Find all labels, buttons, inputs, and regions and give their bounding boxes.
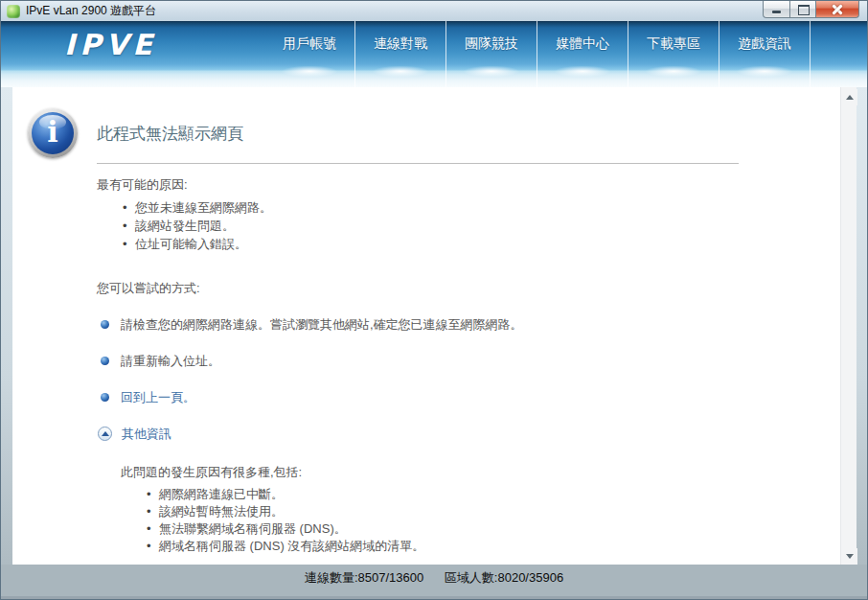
area-value: 8020/35906 (497, 570, 563, 585)
list-item: 該網站暫時無法使用。 (147, 503, 802, 520)
statusbar: 連線數量:8507/13600 區域人數:8020/35906 (1, 565, 867, 599)
action-row: 請重新輸入位址。 (97, 353, 802, 369)
nav-item-media-center[interactable]: 媒體中心 (537, 21, 628, 87)
window-title: IPvE vLan 2900 遊戲平台 (26, 3, 156, 19)
minimize-icon (764, 1, 789, 17)
action-row: 回到上一頁。 (97, 389, 802, 405)
error-title: 此程式無法顯示網頁 (97, 126, 243, 142)
error-content: i 此程式無法顯示網頁 最有可能的原因: 您並未連線至網際網路。 該網站發生問題… (12, 87, 840, 555)
bullet-icon (101, 393, 109, 402)
up-triangle-icon (102, 431, 109, 436)
list-item: 網際網路連線已中斷。 (147, 486, 802, 503)
scroll-down-icon (846, 554, 854, 559)
list-item: 您並未連線至網際網路。 (123, 198, 802, 217)
more-info-link[interactable]: 其他資訊 (122, 426, 171, 442)
browser-viewport: i 此程式無法顯示網頁 最有可能的原因: 您並未連線至網際網路。 該網站發生問題… (1, 87, 867, 566)
nav-item-user-account[interactable]: 用戶帳號 (264, 21, 355, 87)
list-item: 無法聯繫網域名稱伺服器 (DNS)。 (147, 520, 802, 538)
details-block: 此問題的發生原因有很多種,包括: 網際網路連線已中斷。 該網站暫時無法使用。 無… (121, 464, 802, 555)
minimize-button[interactable] (763, 1, 790, 18)
nav-item-team-competition[interactable]: 團隊競技 (446, 21, 537, 87)
app-window: IPvE vLan 2900 遊戲平台 IPVE 用戶帳號 連線對戰 團隊競技 … (0, 0, 868, 600)
details-heading: 此問題的發生原因有很多種,包括: (121, 464, 802, 480)
maximize-button[interactable] (790, 1, 816, 18)
action-row: 請檢查您的網際網路連線。嘗試瀏覽其他網站,確定您已連線至網際網路。 (97, 316, 802, 333)
action-text: 請檢查您的網際網路連線。嘗試瀏覽其他網站,確定您已連線至網際網路。 (121, 316, 523, 333)
area-stat: 區域人數:8020/35906 (445, 569, 563, 587)
window-controls (763, 1, 859, 18)
details-list: 網際網路連線已中斷。 該網站暫時無法使用。 無法聯繫網域名稱伺服器 (DNS)。… (121, 486, 802, 555)
causes-heading: 最有可能的原因: (97, 176, 802, 193)
close-button[interactable] (816, 1, 859, 18)
action-text: 請重新輸入位址。 (121, 353, 220, 369)
maximize-icon (790, 1, 815, 17)
scroll-down-button[interactable] (841, 548, 857, 565)
actions-heading: 您可以嘗試的方式: (97, 280, 802, 296)
list-item: 網域名稱伺服器 (DNS) 沒有該網站網域的清單。 (147, 538, 802, 555)
scroll-up-button[interactable] (841, 89, 857, 105)
list-item: 位址可能輸入錯誤。 (123, 235, 802, 253)
nav-menu: 用戶帳號 連線對戰 團隊競技 媒體中心 下載專區 遊戲資訊 (264, 21, 811, 87)
navbar: IPVE 用戶帳號 連線對戰 團隊競技 媒體中心 下載專區 遊戲資訊 (1, 21, 867, 87)
bullet-icon (101, 320, 109, 329)
vertical-scrollbar[interactable] (840, 87, 857, 566)
area-label: 區域人數: (445, 570, 498, 585)
divider (97, 163, 739, 164)
list-item: 該網站發生問題。 (123, 217, 802, 235)
scroll-up-icon (846, 95, 854, 100)
app-logo-icon (7, 5, 20, 18)
more-info-row: 其他資訊 (97, 426, 802, 442)
bullet-icon (101, 357, 109, 365)
collapse-arrow-icon[interactable] (98, 427, 112, 441)
connections-label: 連線數量: (305, 570, 358, 585)
error-page: i 此程式無法顯示網頁 最有可能的原因: 您並未連線至網際網路。 該網站發生問題… (12, 87, 840, 566)
back-link[interactable]: 回到上一頁。 (121, 389, 195, 405)
nav-item-online-battle[interactable]: 連線對戰 (355, 21, 446, 87)
info-icon: i (28, 108, 78, 158)
nav-item-download-zone[interactable]: 下載專區 (628, 21, 720, 87)
titlebar: IPvE vLan 2900 遊戲平台 (1, 1, 867, 21)
info-icon-ball: i (32, 112, 74, 154)
connections-stat: 連線數量:8507/13600 (305, 569, 423, 587)
causes-list: 您並未連線至網際網路。 該網站發生問題。 位址可能輸入錯誤。 (97, 198, 802, 253)
connections-value: 8507/13600 (358, 570, 424, 585)
error-header: i 此程式無法顯示網頁 (28, 108, 802, 158)
logo: IPVE (64, 28, 157, 61)
nav-item-game-info[interactable]: 遊戲資訊 (720, 21, 811, 87)
info-icon-letter: i (47, 118, 57, 147)
close-icon (816, 1, 858, 17)
